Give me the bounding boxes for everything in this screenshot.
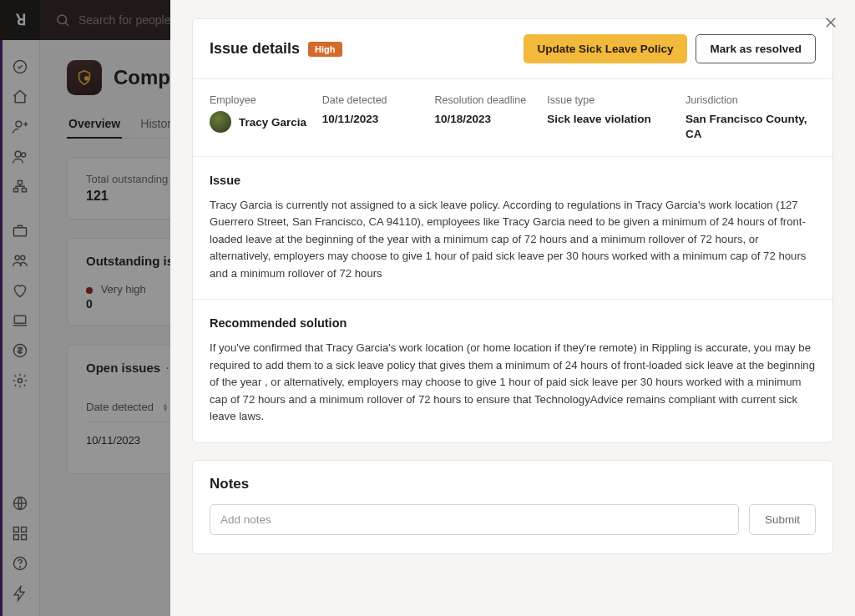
close-icon — [823, 15, 838, 30]
meta-detected-value: 10/11/2023 — [322, 113, 379, 125]
meta-detected: Date detected 10/11/2023 — [322, 94, 427, 141]
notes-input[interactable] — [210, 504, 739, 535]
update-policy-button[interactable]: Update Sick Leave Policy — [524, 34, 688, 63]
issue-heading: Issue — [210, 174, 816, 187]
notes-heading: Notes — [210, 476, 816, 492]
meta-employee: Employee Tracy Garcia — [210, 94, 314, 141]
issue-details-card: Issue details High Update Sick Leave Pol… — [192, 18, 833, 443]
severity-badge: High — [308, 42, 341, 57]
issue-body: Tracy Garcia is currently not assigned t… — [210, 197, 816, 282]
meta-jurisdiction: Jurisdiction San Francisco County, CA — [686, 94, 816, 141]
meta-type: Issue type Sick leave violation — [547, 94, 677, 141]
issue-details-header: Issue details High Update Sick Leave Pol… — [193, 19, 832, 79]
issue-details-panel: Issue details High Update Sick Leave Pol… — [170, 0, 855, 616]
employee-avatar[interactable] — [210, 111, 231, 133]
meta-type-label: Issue type — [547, 94, 677, 106]
close-button[interactable] — [820, 12, 842, 33]
meta-deadline: Resolution deadline 10/18/2023 — [434, 94, 539, 141]
meta-deadline-label: Resolution deadline — [434, 94, 539, 106]
meta-detected-label: Date detected — [322, 94, 427, 106]
meta-deadline-value: 10/18/2023 — [434, 113, 491, 125]
solution-heading: Recommended solution — [210, 316, 816, 330]
meta-type-value: Sick leave violation — [547, 113, 651, 125]
notes-submit-button[interactable]: Submit — [749, 504, 816, 535]
issue-details-title: Issue details — [210, 40, 300, 58]
issue-meta-row: Employee Tracy Garcia Date detected 10/1… — [193, 79, 832, 157]
solution-section: Recommended solution If you've confirmed… — [193, 300, 832, 442]
employee-name[interactable]: Tracy Garcia — [239, 116, 306, 129]
notes-card: Notes Submit — [192, 460, 833, 554]
meta-jurisdiction-label: Jurisdiction — [686, 94, 816, 106]
issue-section: Issue Tracy Garcia is currently not assi… — [193, 157, 832, 300]
meta-employee-label: Employee — [210, 94, 314, 106]
solution-body: If you've confirmed that Tracy Garcia's … — [210, 340, 816, 425]
mark-resolved-button[interactable]: Mark as resolved — [696, 34, 816, 63]
meta-jurisdiction-value: San Francisco County, CA — [686, 113, 807, 140]
